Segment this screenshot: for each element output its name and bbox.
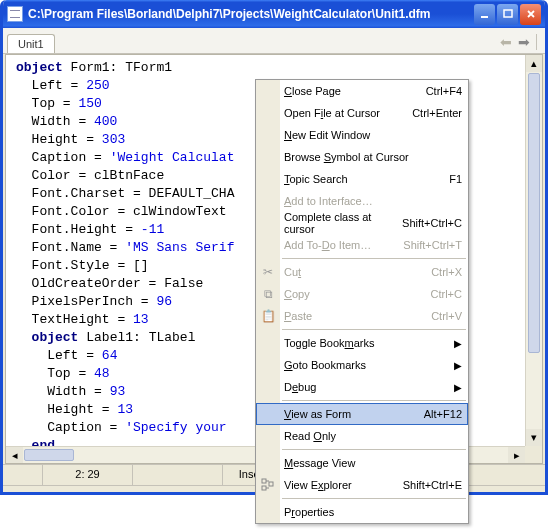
scroll-left-icon[interactable]: ◂: [6, 447, 23, 463]
menu-add-todo: Add To-Do Item… Shift+Ctrl+T: [256, 234, 468, 256]
menu-add-to-interface: Add to Interface…: [256, 190, 468, 212]
menu-debug[interactable]: Debug ▶: [256, 376, 468, 398]
menu-properties[interactable]: Properties: [256, 501, 468, 523]
close-button[interactable]: [520, 4, 541, 25]
menu-open-file-at-cursor[interactable]: Open File at Cursor Ctrl+Enter: [256, 102, 468, 124]
scroll-thumb-h[interactable]: [24, 449, 74, 461]
svg-rect-0: [481, 16, 488, 18]
scroll-thumb-v[interactable]: [528, 73, 540, 353]
svg-rect-2: [262, 479, 266, 483]
menu-topic-search[interactable]: Topic Search F1: [256, 168, 468, 190]
copy-icon: ⧉: [260, 286, 276, 302]
scroll-down-icon[interactable]: ▾: [526, 429, 542, 446]
cut-icon: ✂: [260, 264, 276, 280]
tab-bar: Unit1 ⬅ ➡: [3, 28, 545, 54]
menu-read-only[interactable]: Read Only: [256, 425, 468, 447]
menu-goto-bookmarks[interactable]: Goto Bookmarks ▶: [256, 354, 468, 376]
menu-view-explorer[interactable]: View Explorer Shift+Ctrl+E: [256, 474, 468, 496]
svg-rect-3: [262, 486, 266, 490]
menu-new-edit-window[interactable]: New Edit Window: [256, 124, 468, 146]
paste-icon: 📋: [260, 308, 276, 324]
context-menu: Close Page Ctrl+F4 Open File at Cursor C…: [255, 79, 469, 524]
minimize-button[interactable]: [474, 4, 495, 25]
scroll-right-icon[interactable]: ▸: [508, 447, 525, 463]
scroll-corner: [525, 446, 542, 463]
maximize-button[interactable]: [497, 4, 518, 25]
scroll-up-icon[interactable]: ▴: [526, 55, 542, 72]
document-icon: [7, 6, 23, 22]
nav-fwd-icon[interactable]: ➡: [518, 34, 530, 50]
svg-rect-4: [269, 482, 273, 486]
nav-back-icon[interactable]: ⬅: [500, 34, 512, 50]
menu-view-as-form[interactable]: View as Form Alt+F12: [256, 403, 468, 425]
menu-toggle-bookmarks[interactable]: Toggle Bookmarks ▶: [256, 332, 468, 354]
explorer-icon: [260, 477, 276, 493]
menu-complete-class[interactable]: Complete class at cursor Shift+Ctrl+C: [256, 212, 468, 234]
menu-close-page[interactable]: Close Page Ctrl+F4: [256, 80, 468, 102]
submenu-arrow-icon: ▶: [454, 382, 462, 393]
svg-rect-1: [504, 10, 512, 17]
submenu-arrow-icon: ▶: [454, 338, 462, 349]
status-cursor-pos: 2: 29: [43, 465, 133, 486]
submenu-arrow-icon: ▶: [454, 360, 462, 371]
menu-browse-symbol[interactable]: Browse Symbol at Cursor: [256, 146, 468, 168]
tab-unit1[interactable]: Unit1: [7, 34, 55, 53]
menu-message-view[interactable]: Message View: [256, 452, 468, 474]
menu-paste: 📋 Paste Ctrl+V: [256, 305, 468, 327]
menu-copy: ⧉ Copy Ctrl+C: [256, 283, 468, 305]
status-cell-3: [133, 465, 223, 486]
status-cell-1: [3, 465, 43, 486]
titlebar: C:\Program Files\Borland\Delphi7\Project…: [3, 0, 545, 28]
vertical-scrollbar[interactable]: ▴ ▾: [525, 55, 542, 446]
menu-cut: ✂ Cut Ctrl+X: [256, 261, 468, 283]
window-title: C:\Program Files\Borland\Delphi7\Project…: [28, 7, 474, 21]
